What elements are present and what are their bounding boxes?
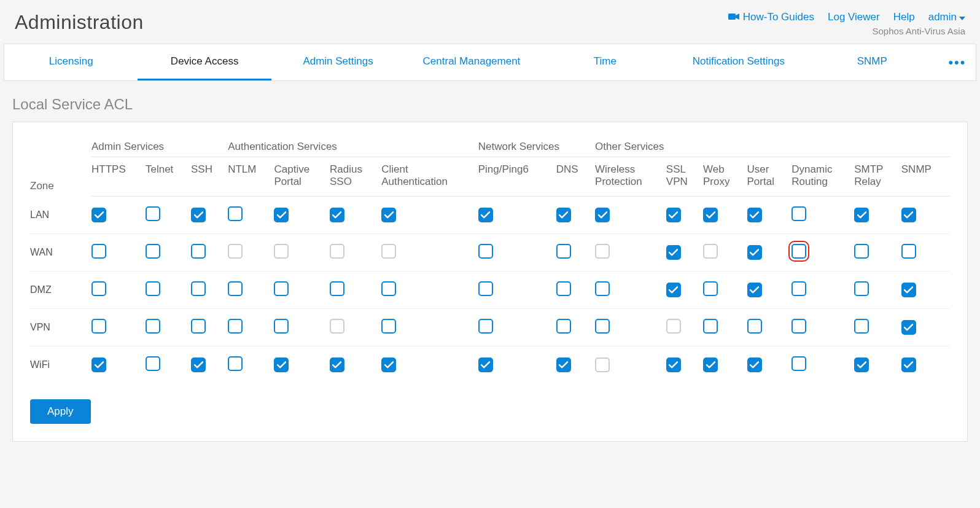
checkbox-vpn-https[interactable] — [91, 319, 106, 334]
column-header: WirelessProtection — [595, 157, 666, 197]
checkbox-dmz-smtp-relay[interactable] — [854, 281, 869, 296]
checkbox-lan-wireless-protection[interactable] — [595, 208, 610, 222]
column-header: WebProxy — [703, 157, 747, 197]
tab-central-management[interactable]: Central Management — [405, 44, 538, 80]
checkbox-wan-dns[interactable] — [556, 244, 571, 259]
checkbox-dmz-ssl-vpn[interactable] — [666, 283, 681, 297]
checkbox-vpn-wireless-protection[interactable] — [595, 319, 610, 334]
checkbox-wifi-client-authentication[interactable] — [381, 358, 396, 372]
apply-button[interactable]: Apply — [30, 399, 91, 424]
checkbox-wifi-ntlm[interactable] — [228, 356, 243, 371]
checkbox-wifi-telnet[interactable] — [146, 356, 160, 371]
column-header: SSH — [191, 157, 228, 197]
checkbox-dmz-wireless-protection[interactable] — [595, 281, 610, 296]
checkbox-dmz-captive-portal[interactable] — [274, 281, 289, 296]
checkbox-wifi-captive-portal[interactable] — [274, 358, 289, 372]
checkbox-dmz-https[interactable] — [91, 281, 106, 296]
checkbox-vpn-ntlm[interactable] — [228, 319, 243, 334]
checkbox-wan-ping-ping6[interactable] — [478, 244, 493, 259]
checkbox-wan-snmp[interactable] — [901, 244, 916, 259]
checkbox-wifi-https[interactable] — [91, 358, 106, 372]
checkbox-wifi-ssh[interactable] — [191, 358, 206, 372]
checkbox-vpn-telnet[interactable] — [146, 319, 160, 334]
checkbox-lan-ssl-vpn[interactable] — [666, 208, 681, 222]
checkbox-lan-https[interactable] — [91, 208, 106, 222]
checkbox-wan-client-authentication — [381, 244, 396, 259]
checkbox-dmz-telnet[interactable] — [146, 281, 160, 296]
checkbox-dmz-dynamic-routing[interactable] — [791, 281, 806, 296]
checkbox-vpn-radius-sso — [330, 319, 344, 334]
tab-licensing[interactable]: Licensing — [4, 44, 138, 80]
checkbox-dmz-ntlm[interactable] — [228, 281, 243, 296]
checkbox-lan-web-proxy[interactable] — [703, 208, 718, 222]
checkbox-wan-user-portal[interactable] — [747, 245, 762, 260]
column-header: UserPortal — [747, 157, 792, 197]
checkbox-lan-ntlm[interactable] — [228, 206, 243, 221]
zone-label: WiFi — [30, 346, 91, 383]
checkbox-lan-snmp[interactable] — [901, 208, 916, 222]
checkbox-lan-ping-ping6[interactable] — [478, 208, 493, 222]
checkbox-vpn-smtp-relay[interactable] — [854, 319, 869, 334]
checkbox-lan-captive-portal[interactable] — [274, 208, 289, 222]
checkbox-dmz-radius-sso[interactable] — [330, 281, 344, 296]
checkbox-wifi-snmp[interactable] — [901, 358, 916, 372]
checkbox-vpn-ping-ping6[interactable] — [478, 319, 493, 334]
checkbox-wan-smtp-relay[interactable] — [854, 244, 869, 259]
checkbox-dmz-ssh[interactable] — [191, 281, 206, 296]
tab-more[interactable]: ••• — [939, 44, 976, 80]
checkbox-wan-web-proxy — [703, 244, 718, 259]
checkbox-lan-dns[interactable] — [556, 208, 571, 222]
checkbox-lan-smtp-relay[interactable] — [854, 208, 869, 222]
tab-admin-settings[interactable]: Admin Settings — [271, 44, 405, 80]
checkbox-vpn-dynamic-routing[interactable] — [791, 319, 806, 334]
checkbox-lan-radius-sso[interactable] — [330, 208, 344, 222]
checkbox-wifi-ssl-vpn[interactable] — [666, 358, 681, 372]
checkbox-vpn-user-portal[interactable] — [747, 319, 762, 334]
checkbox-lan-user-portal[interactable] — [747, 208, 762, 222]
checkbox-vpn-ssh[interactable] — [191, 319, 206, 334]
checkbox-lan-ssh[interactable] — [191, 208, 206, 222]
checkbox-vpn-snmp[interactable] — [901, 320, 916, 335]
checkbox-wan-dynamic-routing[interactable] — [791, 244, 806, 259]
checkbox-vpn-captive-portal[interactable] — [274, 319, 289, 334]
checkbox-dmz-web-proxy[interactable] — [703, 281, 718, 296]
checkbox-lan-dynamic-routing[interactable] — [791, 206, 806, 221]
checkbox-wifi-dns[interactable] — [556, 358, 571, 372]
group-header: Network Services — [478, 137, 595, 157]
checkbox-wan-ssl-vpn[interactable] — [666, 245, 681, 260]
checkbox-dmz-client-authentication[interactable] — [381, 281, 396, 296]
header-subtitle: Sophos Anti-Virus Asia — [728, 26, 965, 36]
help-link[interactable]: Help — [893, 11, 915, 23]
checkbox-dmz-dns[interactable] — [556, 281, 571, 296]
caret-down-icon — [959, 11, 965, 23]
howto-guides-link[interactable]: How-To Guides — [728, 11, 814, 23]
table-row: LAN — [30, 196, 950, 233]
tab-time[interactable]: Time — [539, 44, 672, 80]
checkbox-wifi-dynamic-routing[interactable] — [791, 356, 806, 371]
checkbox-dmz-ping-ping6[interactable] — [478, 281, 493, 296]
tab-snmp[interactable]: SNMP — [806, 44, 939, 80]
checkbox-dmz-user-portal[interactable] — [747, 283, 762, 297]
tab-notification-settings[interactable]: Notification Settings — [672, 44, 805, 80]
checkbox-wifi-radius-sso[interactable] — [330, 358, 344, 372]
admin-dropdown[interactable]: admin — [928, 11, 965, 23]
checkbox-vpn-dns[interactable] — [556, 319, 571, 334]
checkbox-wifi-smtp-relay[interactable] — [854, 358, 869, 372]
checkbox-wifi-web-proxy[interactable] — [703, 358, 718, 372]
tab-device-access[interactable]: Device Access — [138, 44, 271, 80]
checkbox-dmz-snmp[interactable] — [901, 283, 916, 297]
checkbox-lan-client-authentication[interactable] — [381, 208, 396, 222]
checkbox-wan-telnet[interactable] — [146, 244, 160, 259]
checkbox-wan-https[interactable] — [91, 244, 106, 259]
checkbox-wan-ntlm — [228, 244, 243, 259]
checkbox-vpn-client-authentication[interactable] — [381, 319, 396, 334]
checkbox-wifi-user-portal[interactable] — [747, 358, 762, 372]
column-header: Ping/Ping6 — [478, 157, 556, 197]
checkbox-wan-ssh[interactable] — [191, 244, 206, 259]
log-viewer-link[interactable]: Log Viewer — [828, 11, 880, 23]
checkbox-lan-telnet[interactable] — [146, 206, 160, 221]
checkbox-vpn-web-proxy[interactable] — [703, 319, 718, 334]
svg-rect-0 — [728, 14, 736, 20]
checkbox-wifi-ping-ping6[interactable] — [478, 358, 493, 372]
zone-header: Zone — [30, 137, 91, 196]
